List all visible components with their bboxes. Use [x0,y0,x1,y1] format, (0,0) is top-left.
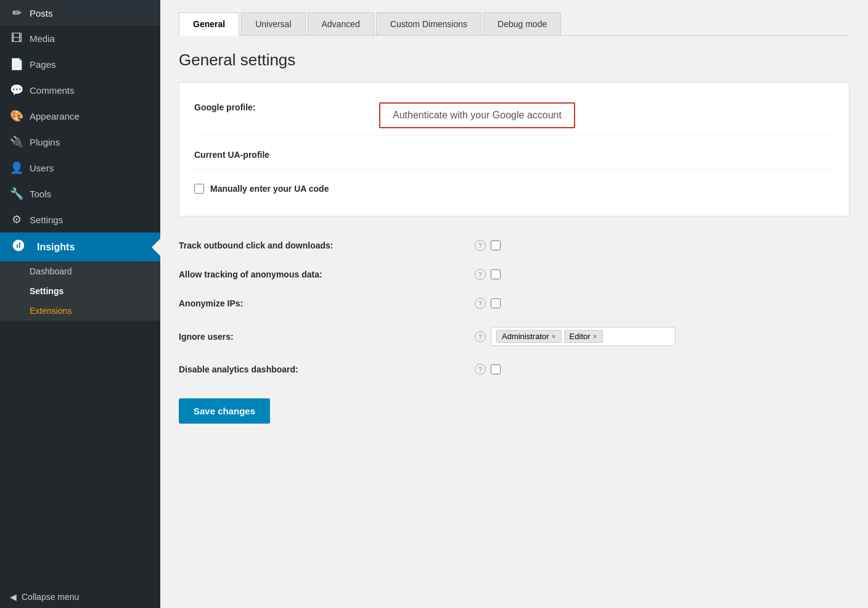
ua-profile-row: Current UA-profile [194,136,834,170]
insights-submenu: Dashboard Settings Extensions [0,261,160,321]
ignore-users-controls: ? Administrator × Editor × [475,327,676,346]
disable-analytics-label: Disable analytics dashboard: [179,364,475,374]
sidebar-item-comments-label: Comments [30,85,75,96]
save-section: Save changes [179,398,850,424]
insights-icon [0,239,37,255]
page-title: General settings [179,51,850,70]
insights-label: Insights [37,242,75,253]
anonymize-ips-checkbox[interactable] [491,298,501,308]
allow-tracking-checkbox[interactable] [491,269,501,279]
manually-ua-inner: Manually enter your UA code [194,178,329,196]
submenu-extensions[interactable]: Extensions [0,301,160,321]
tag-administrator: Administrator × [496,330,562,343]
submenu-settings[interactable]: Settings [0,281,160,301]
sidebar-item-insights[interactable]: Insights [0,232,160,261]
main-content: General Universal Advanced Custom Dimens… [160,0,868,608]
track-outbound-row: Track outbound click and downloads: ? [179,231,850,260]
track-outbound-controls: ? [475,240,501,251]
settings-main-icon: ⚙ [10,213,23,226]
anonymize-ips-row: Anonymize IPs: ? [179,289,850,318]
tab-general[interactable]: General [179,12,239,36]
tab-debug-mode[interactable]: Debug mode [483,12,561,35]
comments-icon: 💬 [10,83,23,97]
allow-tracking-row: Allow tracking of anonymous data: ? [179,260,850,289]
google-profile-card: Google profile: Authenticate with your G… [179,82,850,216]
sidebar-item-media-label: Media [30,33,55,44]
ignore-users-tags-input[interactable]: Administrator × Editor × [491,327,676,346]
anonymize-ips-help-icon[interactable]: ? [475,298,486,309]
sidebar-item-appearance[interactable]: 🎨 Appearance [0,103,160,129]
sidebar-item-media[interactable]: 🎞 Media [0,26,160,51]
tab-universal[interactable]: Universal [241,12,305,35]
manually-ua-row: Manually enter your UA code [194,170,834,203]
allow-tracking-controls: ? [475,269,501,280]
sidebar-item-tools-label: Tools [30,189,51,199]
sidebar-item-posts[interactable]: ✏ Posts [0,0,160,26]
sidebar-item-users[interactable]: 👤 Users [0,155,160,181]
tag-editor: Editor × [564,330,603,343]
plugins-icon: 🔌 [10,135,23,149]
sidebar-item-appearance-label: Appearance [30,111,80,121]
tag-editor-label: Editor [570,332,591,341]
sidebar-item-settings-main[interactable]: ⚙ Settings [0,207,160,232]
tabs-bar: General Universal Advanced Custom Dimens… [179,12,850,36]
pages-icon: 📄 [10,57,23,71]
ua-profile-label: Current UA-profile [194,144,269,162]
sidebar-item-pages[interactable]: 📄 Pages [0,51,160,77]
allow-tracking-help-icon[interactable]: ? [475,269,486,280]
allow-tracking-label: Allow tracking of anonymous data: [179,269,475,279]
disable-analytics-checkbox[interactable] [491,364,501,374]
disable-analytics-controls: ? [475,364,501,375]
tag-administrator-label: Administrator [502,332,549,341]
tab-custom-dimensions[interactable]: Custom Dimensions [376,12,481,35]
google-profile-value: Authenticate with your Google account [379,102,834,128]
collapse-menu[interactable]: ◀ Collapse menu [0,586,160,608]
google-auth-button[interactable]: Authenticate with your Google account [379,102,575,128]
submenu-dashboard[interactable]: Dashboard [0,261,160,281]
tag-editor-remove[interactable]: × [593,332,597,341]
ignore-users-label: Ignore users: [179,332,475,342]
tab-advanced[interactable]: Advanced [308,12,374,35]
sidebar-item-plugins-label: Plugins [30,137,60,147]
tools-icon: 🔧 [10,187,23,200]
sidebar-item-posts-label: Posts [30,8,53,18]
settings-fields: Track outbound click and downloads: ? Al… [179,231,850,384]
sidebar: ✏ Posts 🎞 Media 📄 Pages 💬 Comments 🎨 App… [0,0,160,608]
media-icon: 🎞 [10,32,23,45]
posts-icon: ✏ [10,6,23,20]
sidebar-item-pages-label: Pages [30,59,56,70]
collapse-label: Collapse menu [22,592,79,602]
track-outbound-help-icon[interactable]: ? [475,240,486,251]
appearance-icon: 🎨 [10,109,23,123]
sidebar-item-settings-label: Settings [30,215,63,225]
anonymize-ips-controls: ? [475,298,501,309]
ignore-users-row: Ignore users: ? Administrator × Editor × [179,318,850,355]
google-profile-label: Google profile: [194,102,379,112]
users-icon: 👤 [10,161,23,175]
sidebar-item-plugins[interactable]: 🔌 Plugins [0,129,160,155]
save-button[interactable]: Save changes [179,398,270,424]
ignore-users-help-icon[interactable]: ? [475,331,486,342]
track-outbound-checkbox[interactable] [491,240,501,250]
manually-ua-label[interactable]: Manually enter your UA code [210,184,329,194]
tag-administrator-remove[interactable]: × [552,332,556,341]
sidebar-item-users-label: Users [30,163,54,173]
collapse-icon: ◀ [10,592,17,602]
disable-analytics-help-icon[interactable]: ? [475,364,486,375]
sidebar-item-comments[interactable]: 💬 Comments [0,77,160,103]
sidebar-item-tools[interactable]: 🔧 Tools [0,181,160,207]
google-profile-row: Google profile: Authenticate with your G… [194,95,834,136]
anonymize-ips-label: Anonymize IPs: [179,298,475,308]
track-outbound-label: Track outbound click and downloads: [179,240,475,250]
manually-ua-checkbox[interactable] [194,184,204,194]
disable-analytics-row: Disable analytics dashboard: ? [179,355,850,384]
